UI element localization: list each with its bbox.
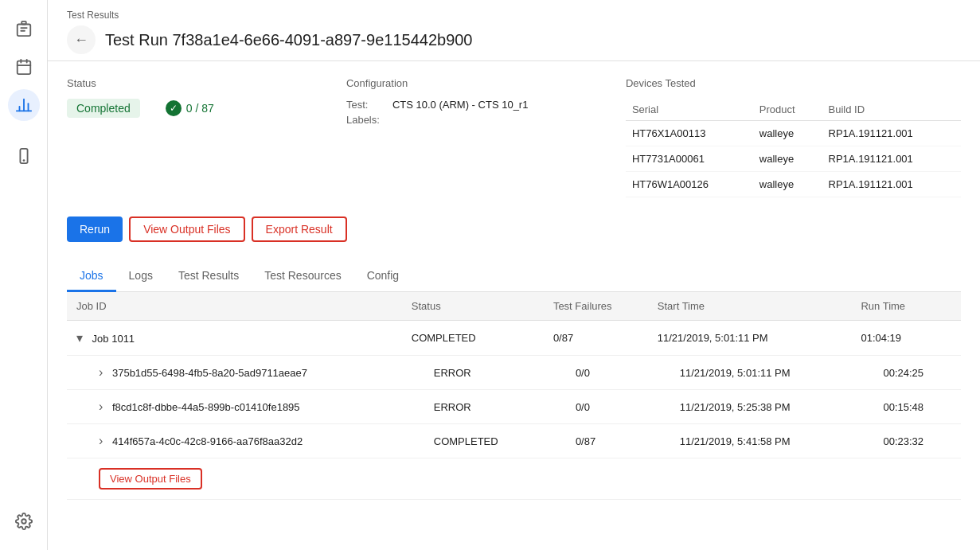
tab-logs[interactable]: Logs bbox=[116, 261, 166, 292]
view-output-button[interactable]: View Output Files bbox=[129, 216, 244, 242]
child-failures: 0/0 bbox=[544, 390, 648, 424]
job-id: ▾ Job 1011 bbox=[67, 321, 402, 356]
device-build-id: RP1A.191121.001 bbox=[822, 121, 961, 146]
info-section: Status Completed ✓ 0 / 87 Configuration … bbox=[67, 77, 961, 197]
sidebar-item-chart[interactable] bbox=[8, 89, 40, 121]
page-title: Test Run 7f38a1e4-6e66-4091-a897-9e11544… bbox=[105, 31, 473, 49]
main-content: Test Results ← Test Run 7f38a1e4-6e66-40… bbox=[48, 0, 980, 550]
device-serial: HT76W1A00126 bbox=[626, 172, 753, 197]
sidebar-item-clipboard[interactable] bbox=[8, 13, 40, 45]
tabs-bar: JobsLogsTest ResultsTest ResourcesConfig bbox=[67, 261, 961, 292]
svg-rect-4 bbox=[17, 61, 30, 75]
table-row: ▾ Job 1011 COMPLETED 0/87 11/21/2019, 5:… bbox=[67, 321, 961, 356]
col-start-time: Start Time bbox=[648, 292, 852, 321]
col-test-failures: Test Failures bbox=[544, 292, 648, 321]
tab-test-resources[interactable]: Test Resources bbox=[252, 261, 353, 292]
child-failures: 0/0 bbox=[544, 356, 648, 390]
job-run-time: 01:04:19 bbox=[851, 321, 961, 356]
job-start-time: 11/21/2019, 5:01:11 PM bbox=[648, 321, 852, 356]
expand-icon[interactable]: › bbox=[99, 365, 103, 379]
job-status: COMPLETED bbox=[402, 321, 544, 356]
sidebar-item-settings[interactable] bbox=[8, 505, 40, 537]
tab-test-results[interactable]: Test Results bbox=[166, 261, 252, 292]
col-job-id: Job ID bbox=[67, 292, 402, 321]
child-run-time: 00:23:32 bbox=[851, 424, 961, 458]
devices-block: Devices Tested Serial Product Build ID H… bbox=[626, 77, 961, 197]
device-build-id: RP1A.191121.001 bbox=[822, 172, 961, 197]
col-status: Status bbox=[402, 292, 544, 321]
status-badge: Completed bbox=[67, 99, 140, 118]
rerun-button[interactable]: Rerun bbox=[67, 216, 123, 242]
jobs-table: Job ID Status Test Failures Start Time R… bbox=[67, 292, 961, 500]
table-row: › 375b1d55-6498-4fb5-8a20-5ad9711aeae7 E… bbox=[67, 356, 961, 390]
tab-config[interactable]: Config bbox=[354, 261, 412, 292]
expand-icon[interactable]: › bbox=[99, 434, 103, 447]
child-failures: 0/87 bbox=[544, 424, 648, 458]
configuration-block: Configuration Test: CTS 10.0 (ARM) - CTS… bbox=[346, 77, 626, 197]
status-label: Status bbox=[67, 77, 346, 89]
child-start-time: 11/21/2019, 5:25:38 PM bbox=[648, 390, 852, 424]
page-header: Test Results ← Test Run 7f38a1e4-6e66-40… bbox=[48, 0, 980, 61]
child-start-time: 11/21/2019, 5:41:58 PM bbox=[648, 424, 852, 458]
sidebar bbox=[0, 0, 48, 550]
child-job-id: › f8cd1c8f-dbbe-44a5-899b-c01410fe1895 bbox=[67, 390, 402, 424]
test-val: CTS 10.0 (ARM) - CTS 10_r1 bbox=[392, 99, 529, 111]
child-run-time: 00:15:48 bbox=[851, 390, 961, 424]
device-build-id: RP1A.191121.001 bbox=[822, 146, 961, 172]
child-status: ERROR bbox=[402, 356, 544, 390]
child-job-id: › 375b1d55-6498-4fb5-8a20-5ad9711aeae7 bbox=[67, 356, 402, 390]
test-key: Test: bbox=[346, 99, 386, 111]
export-result-button[interactable]: Export Result bbox=[252, 216, 347, 242]
table-row: HT7731A00061 walleye RP1A.191121.001 bbox=[626, 146, 961, 172]
devices-table: Serial Product Build ID HT76X1A00113 wal… bbox=[626, 99, 961, 197]
table-row: › f8cd1c8f-dbbe-44a5-899b-c01410fe1895 E… bbox=[67, 390, 961, 424]
action-buttons: Rerun View Output Files Export Result bbox=[67, 216, 961, 242]
tab-jobs[interactable]: Jobs bbox=[67, 261, 116, 292]
pass-count-value: 0 / 87 bbox=[186, 102, 214, 115]
table-row: HT76X1A00113 walleye RP1A.191121.001 bbox=[626, 121, 961, 146]
device-product: walleye bbox=[753, 121, 822, 146]
configuration-label: Configuration bbox=[346, 77, 626, 89]
device-serial: HT7731A00061 bbox=[626, 146, 753, 172]
col-build-id: Build ID bbox=[822, 99, 961, 121]
devices-label: Devices Tested bbox=[626, 77, 961, 89]
back-button[interactable]: ← bbox=[67, 25, 96, 54]
col-serial: Serial bbox=[626, 99, 753, 121]
view-output-inline-button[interactable]: View Output Files bbox=[99, 468, 202, 490]
content-area: Status Completed ✓ 0 / 87 Configuration … bbox=[48, 61, 980, 550]
view-output-row: View Output Files bbox=[67, 458, 961, 500]
job-failures: 0/87 bbox=[544, 321, 648, 356]
pass-count: ✓ 0 / 87 bbox=[166, 100, 214, 116]
sidebar-item-calendar[interactable] bbox=[8, 51, 40, 83]
col-product: Product bbox=[753, 99, 822, 121]
child-start-time: 11/21/2019, 5:01:11 PM bbox=[648, 356, 852, 390]
svg-point-14 bbox=[21, 519, 26, 524]
table-row: › 414f657a-4c0c-42c8-9166-aa76f8aa32d2 C… bbox=[67, 424, 961, 458]
sidebar-item-device[interactable] bbox=[8, 140, 40, 172]
device-serial: HT76X1A00113 bbox=[626, 121, 753, 146]
svg-rect-1 bbox=[17, 25, 30, 37]
check-icon: ✓ bbox=[166, 100, 182, 116]
col-run-time: Run Time bbox=[851, 292, 961, 321]
child-run-time: 00:24:25 bbox=[851, 356, 961, 390]
labels-key: Labels: bbox=[346, 114, 386, 126]
child-status: ERROR bbox=[402, 390, 544, 424]
breadcrumb: Test Results bbox=[67, 10, 961, 21]
table-row: HT76W1A00126 walleye RP1A.191121.001 bbox=[626, 172, 961, 197]
collapse-icon[interactable]: ▾ bbox=[76, 331, 83, 345]
device-product: walleye bbox=[753, 146, 822, 172]
status-block: Status Completed ✓ 0 / 87 bbox=[67, 77, 346, 197]
child-job-id: › 414f657a-4c0c-42c8-9166-aa76f8aa32d2 bbox=[67, 424, 402, 458]
device-product: walleye bbox=[753, 172, 822, 197]
child-status: COMPLETED bbox=[402, 424, 544, 458]
expand-icon[interactable]: › bbox=[99, 400, 103, 413]
